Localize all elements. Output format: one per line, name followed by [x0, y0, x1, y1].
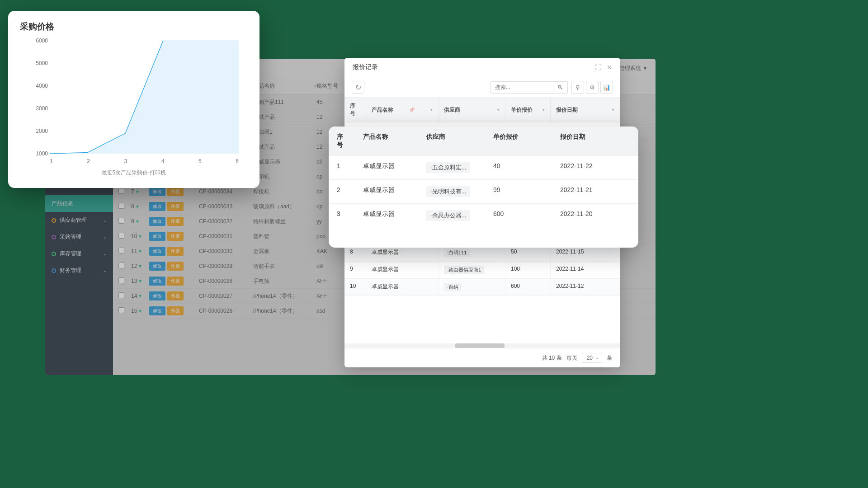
- search-input[interactable]: [490, 81, 553, 94]
- sort-icon[interactable]: ▾: [542, 108, 545, 112]
- void-button[interactable]: 作废: [167, 232, 184, 241]
- chevron-down-icon: ⌄: [103, 251, 107, 256]
- expand-icon[interactable]: ⛶: [595, 64, 601, 71]
- modify-button[interactable]: 修改: [149, 187, 165, 196]
- quote-modal-title: 报价记录: [353, 63, 378, 71]
- table-row[interactable]: 1 卓威显示器 ·五金原料宏... 40 2022-11-22: [329, 155, 638, 179]
- checkbox[interactable]: [118, 277, 124, 283]
- sort-icon[interactable]: ▾: [497, 108, 500, 112]
- expand-arrow-icon[interactable]: ▾: [139, 278, 142, 284]
- expand-arrow-icon[interactable]: ▾: [136, 203, 139, 210]
- checkbox[interactable]: [118, 248, 124, 253]
- expand-arrow-icon[interactable]: ▾: [139, 248, 142, 254]
- cell-date: 2022-11-20: [552, 203, 638, 227]
- checkbox[interactable]: [118, 307, 124, 313]
- void-button[interactable]: 作废: [167, 187, 184, 196]
- col-header-spec[interactable]: 规格型号: [316, 83, 338, 89]
- void-button[interactable]: 作废: [167, 247, 184, 256]
- settings-icon[interactable]: ⚙: [586, 81, 599, 94]
- void-button[interactable]: 作废: [167, 217, 184, 226]
- nav-next[interactable]: ›: [646, 137, 647, 144]
- y-tick-label: 6000: [36, 38, 48, 44]
- modify-button[interactable]: 修改: [149, 262, 165, 271]
- close-icon[interactable]: ✕: [607, 64, 612, 71]
- col-header[interactable]: 供应商: [418, 127, 485, 155]
- col-header[interactable]: 供应商: [444, 106, 460, 114]
- modify-button[interactable]: 修改: [149, 247, 165, 256]
- expand-arrow-icon[interactable]: ▾: [139, 263, 142, 269]
- checkbox[interactable]: [118, 218, 124, 224]
- col-header[interactable]: 序号: [329, 127, 355, 155]
- table-row[interactable]: 2 卓威显示器 ·光明科技有... 99 2022-11-21: [329, 179, 638, 203]
- table-row[interactable]: 10 卓威显示器 ·百纳 600 2022-11-12: [344, 279, 620, 296]
- modify-button[interactable]: 修改: [149, 232, 165, 241]
- checkbox[interactable]: [118, 233, 124, 239]
- checkbox[interactable]: [118, 263, 124, 268]
- expand-arrow-icon[interactable]: ▾: [139, 233, 142, 239]
- filter-icon[interactable]: ⚲: [571, 81, 584, 94]
- cell-supplier: ·路由器供应商1: [439, 262, 505, 278]
- expand-arrow-icon[interactable]: ▾: [139, 293, 142, 299]
- cell-supplier: ·余思办公器...: [418, 203, 485, 227]
- cell-code: CP-00000031: [199, 233, 253, 239]
- sidebar-item-supplier[interactable]: 供应商管理 ⌄: [45, 212, 113, 229]
- cell-name: 测试产品: [253, 113, 316, 121]
- checkbox[interactable]: [118, 203, 124, 209]
- void-button[interactable]: 作废: [167, 306, 184, 315]
- supplier-tag[interactable]: ·百纳: [444, 283, 462, 291]
- col-header[interactable]: 报价日期: [556, 106, 578, 114]
- sidebar-item-label: 财务管理: [60, 267, 81, 274]
- chevron-down-icon: ⌄: [103, 235, 107, 239]
- expand-arrow-icon[interactable]: ▾: [139, 308, 142, 314]
- checkbox[interactable]: [118, 188, 124, 194]
- cell-supplier: ·光明科技有...: [418, 179, 485, 203]
- void-button[interactable]: 作废: [167, 291, 184, 300]
- modify-button[interactable]: 修改: [149, 306, 165, 315]
- sidebar-item-purchase[interactable]: 采购管理 ⌄: [45, 229, 113, 245]
- cell-name: 金属板: [253, 248, 316, 255]
- per-page-select[interactable]: 20: [582, 353, 602, 363]
- supplier-tag[interactable]: ·光明科技有...: [426, 186, 470, 197]
- search-button[interactable]: 🔍︎: [553, 81, 568, 94]
- cell-price: 40: [485, 155, 552, 179]
- modify-button[interactable]: 修改: [149, 217, 165, 226]
- modify-button[interactable]: 修改: [149, 202, 165, 211]
- sort-icon[interactable]: ▾: [612, 108, 614, 112]
- chart-icon[interactable]: 📊: [600, 81, 613, 94]
- y-tick-label: 3000: [36, 105, 48, 112]
- cell-code: CP-00000026: [199, 308, 253, 314]
- sort-icon[interactable]: ▾: [314, 84, 316, 89]
- modify-button[interactable]: 修改: [149, 277, 165, 286]
- checkbox[interactable]: [118, 292, 124, 298]
- col-header[interactable]: 产品名称: [372, 106, 393, 114]
- supplier-tag[interactable]: ·白码111: [444, 249, 470, 257]
- expand-arrow-icon[interactable]: ▾: [136, 188, 139, 195]
- supplier-tag[interactable]: ·余思办公器...: [426, 210, 470, 221]
- table-row[interactable]: 3 卓威显示器 ·余思办公器... 600 2022-11-20: [329, 203, 638, 227]
- void-button[interactable]: 作废: [167, 202, 184, 211]
- horizontal-scrollbar[interactable]: [344, 343, 620, 348]
- cell-date: 2022-11-21: [552, 179, 638, 203]
- pin-icon[interactable]: 📌: [409, 107, 415, 113]
- quote-modal-toolbar: ↻ 🔍︎ ⚲ ⚙ 📊: [344, 77, 620, 98]
- col-header[interactable]: 序号: [350, 102, 360, 117]
- col-header[interactable]: 单价报价: [511, 106, 533, 114]
- refresh-button[interactable]: ↻: [352, 81, 364, 94]
- expand-arrow-icon[interactable]: ▾: [136, 218, 139, 225]
- sort-icon[interactable]: ▾: [430, 108, 433, 112]
- modify-button[interactable]: 修改: [149, 291, 165, 300]
- sidebar-item-stock[interactable]: 库存管理 ⌄: [45, 245, 113, 262]
- y-tick-label: 2000: [36, 128, 48, 134]
- table-row[interactable]: 9 卓威显示器 ·路由器供应商1 100 2022-11-14: [344, 262, 620, 279]
- sidebar-item-finance[interactable]: 财务管理 ⌄: [45, 262, 113, 279]
- sidebar-item-product-info[interactable]: 产品信息: [45, 195, 113, 212]
- col-header[interactable]: 单价报价: [485, 127, 552, 155]
- void-button[interactable]: 作废: [167, 277, 184, 286]
- cell-name: 卓威显示器: [355, 155, 418, 179]
- col-header[interactable]: 报价日期: [552, 127, 638, 155]
- supplier-tag[interactable]: ·五金原料宏...: [426, 162, 470, 173]
- nav-prev[interactable]: ‹: [641, 137, 643, 144]
- supplier-tag[interactable]: ·路由器供应商1: [444, 266, 484, 274]
- void-button[interactable]: 作废: [167, 262, 184, 271]
- col-header[interactable]: 产品名称: [355, 127, 418, 155]
